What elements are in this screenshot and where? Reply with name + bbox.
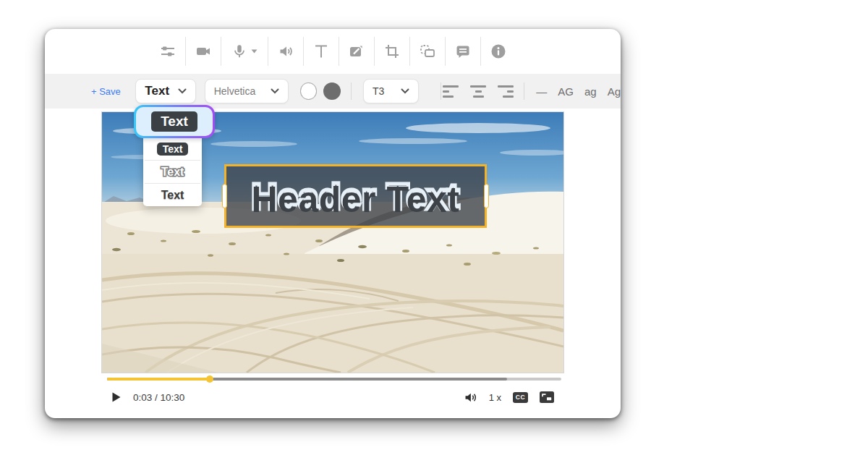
text-size-value: T3 (373, 85, 384, 97)
case-option-none[interactable]: — (536, 85, 547, 98)
text-tool-button[interactable] (304, 37, 339, 66)
format-bar-divider (441, 82, 441, 100)
style-option-plain[interactable]: Text (143, 184, 202, 206)
info-icon (490, 43, 507, 60)
video-camera-icon (195, 43, 212, 60)
header-text-overlay[interactable]: Header Text Header Text (224, 164, 487, 228)
text-color-swatch-gray[interactable] (323, 82, 341, 100)
speaker-button[interactable] (268, 37, 303, 66)
text-style-value: Text (145, 84, 169, 98)
crop-button[interactable] (375, 37, 409, 66)
adjust-sliders-button[interactable] (150, 37, 185, 66)
progress-played (107, 378, 210, 381)
theater-mode-icon[interactable] (540, 391, 554, 403)
blur-region-icon (419, 43, 436, 60)
info-button[interactable] (481, 37, 516, 66)
align-right-icon[interactable] (496, 85, 514, 98)
align-left-icon[interactable] (443, 85, 460, 98)
chevron-down-icon (178, 88, 187, 94)
comment-icon (454, 43, 472, 60)
microphone-icon (231, 43, 247, 60)
share-screen-button[interactable] (339, 37, 374, 66)
play-button[interactable] (112, 392, 121, 402)
playback-speed[interactable]: 1 x (489, 392, 501, 403)
editor-window: + Save Text Helvetica T3 (45, 29, 621, 418)
mic-dropdown-caret-icon[interactable] (251, 49, 258, 54)
font-value: Helvetica (214, 85, 256, 97)
player-controls: 0:03 / 10:30 1 x CC (107, 386, 561, 408)
text-tool-icon (312, 43, 330, 60)
adjust-sliders-icon (159, 43, 176, 60)
font-dropdown[interactable]: Helvetica (205, 79, 289, 103)
case-option-uppercase[interactable]: AG (558, 85, 574, 98)
progress-knob[interactable] (206, 375, 213, 383)
closed-captions-button[interactable]: CC (513, 392, 528, 403)
play-icon (112, 392, 121, 402)
camera-button[interactable] (186, 37, 221, 66)
save-button[interactable]: + Save (91, 86, 128, 97)
crop-icon (383, 43, 401, 60)
format-bar-divider (524, 82, 524, 100)
share-arrow-icon (348, 43, 365, 60)
speaker-icon (277, 43, 294, 60)
format-bar: + Save Text Helvetica T3 (45, 74, 621, 109)
text-case-group: — AG ag Ag (536, 85, 621, 98)
progress-bar[interactable] (107, 378, 561, 381)
align-center-icon[interactable] (469, 85, 487, 98)
style-option-selected[interactable]: Text (134, 105, 215, 138)
case-option-capitalize[interactable]: Ag (608, 85, 621, 98)
style-option-chip[interactable]: Text (143, 137, 202, 160)
time-display: 0:03 / 10:30 (133, 392, 184, 403)
microphone-button[interactable] (221, 37, 268, 66)
blur-region-button[interactable] (410, 37, 445, 66)
overlay-text: Header Text Header Text (226, 169, 485, 224)
text-style-menu: Text Text Text Text (143, 137, 202, 206)
format-bar-divider (351, 82, 352, 100)
style-option-chip-label: Text (151, 111, 197, 132)
resize-handle-right[interactable] (484, 184, 489, 208)
main-toolbar (45, 29, 621, 74)
text-color-swatch-white[interactable] (300, 82, 318, 100)
text-size-dropdown[interactable]: T3 (363, 79, 419, 103)
alignment-group (443, 85, 514, 98)
volume-icon[interactable] (464, 391, 477, 404)
case-option-lowercase[interactable]: ag (584, 85, 597, 98)
chevron-down-icon (271, 88, 279, 94)
text-style-dropdown[interactable]: Text (135, 79, 195, 103)
chevron-down-icon (401, 88, 409, 94)
resize-handle-left[interactable] (222, 184, 227, 208)
style-option-outline[interactable]: Text Text (143, 161, 202, 183)
comment-button[interactable] (446, 37, 480, 66)
